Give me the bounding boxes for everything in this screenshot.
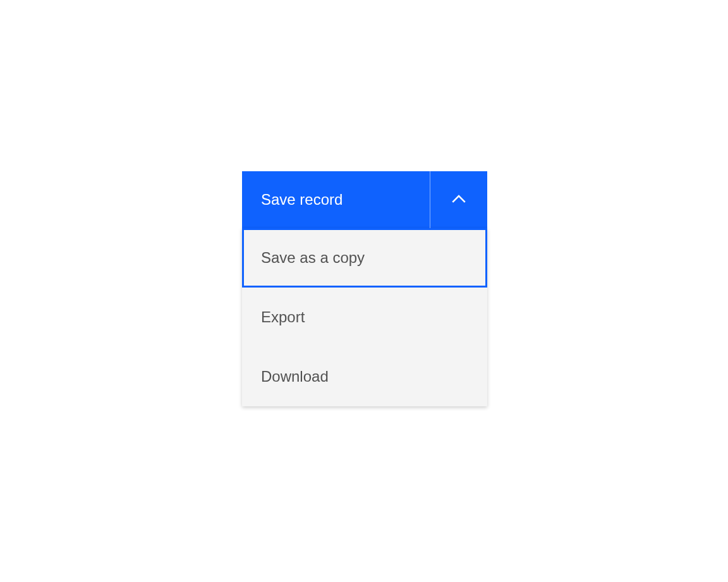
save-record-label: Save record xyxy=(261,191,343,209)
save-record-button[interactable]: Save record xyxy=(242,171,430,228)
menu-item-label: Download xyxy=(261,368,329,385)
menu-item-download[interactable]: Download xyxy=(242,347,487,406)
dropdown-menu: Save as a copy Export Download xyxy=(242,228,487,406)
menu-item-label: Export xyxy=(261,308,305,326)
split-button: Save record xyxy=(242,171,487,228)
chevron-up-icon xyxy=(451,191,467,209)
menu-item-label: Save as a copy xyxy=(261,249,365,267)
dropdown-trigger-button[interactable] xyxy=(430,171,487,228)
menu-item-save-as-copy[interactable]: Save as a copy xyxy=(242,228,487,288)
split-button-container: Save record Save as a copy Export Downlo… xyxy=(242,171,487,406)
menu-item-export[interactable]: Export xyxy=(242,288,487,347)
